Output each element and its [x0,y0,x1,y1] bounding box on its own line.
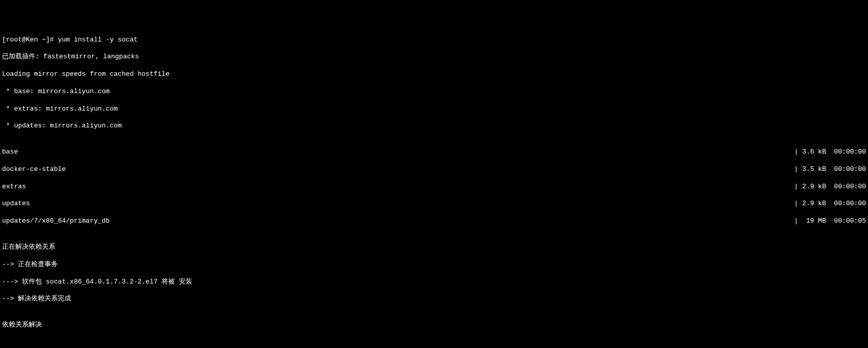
repo-status: | 3.6 kB 00:00:00 [794,148,866,157]
output-line: 已加载插件: fastestmirror, langpacks [2,53,866,61]
output-line: --> 解决依赖关系完成 [2,295,866,303]
repo-line: updates/7/x86_64/primary_db| 19 MB 00:00… [2,217,866,226]
repo-line: base| 3.6 kB 00:00:00 [2,148,866,157]
repo-line: extras| 2.9 kB 00:00:00 [2,183,866,191]
output-line: --> 正在检查事务 [2,260,866,269]
repo-name: updates/7/x86_64/primary_db [2,217,110,226]
output-line: Loading mirror speeds from cached hostfi… [2,70,866,79]
output-line: 正在解决依赖关系 [2,243,866,252]
output-line: * base: mirrors.aliyun.com [2,88,866,96]
repo-name: base [2,148,18,157]
shell-prompt: [root@Ken ~]# [2,36,58,45]
entered-command: yum install -y socat [58,36,138,45]
repo-line: docker-ce-stable| 3.5 kB 00:00:00 [2,165,866,174]
repo-line: updates| 2.9 kB 00:00:00 [2,200,866,208]
repo-status: | 3.5 kB 00:00:00 [794,165,866,174]
repo-name: extras [2,183,26,191]
repo-name: updates [2,200,30,208]
output-line: * extras: mirrors.aliyun.com [2,105,866,114]
terminal-prompt-line[interactable]: [root@Ken ~]# yum install -y socat [2,36,866,45]
repo-name: docker-ce-stable [2,165,66,174]
repo-status: | 2.9 kB 00:00:00 [794,183,866,191]
repo-status: | 2.9 kB 00:00:00 [794,200,866,208]
output-line: * updates: mirrors.aliyun.com [2,122,866,130]
output-line: 依赖关系解决 [2,321,866,330]
output-line: ---> 软件包 socat.x86_64.0.1.7.3.2-2.el7 将被… [2,278,866,287]
repo-status: | 19 MB 00:00:05 [794,217,866,226]
